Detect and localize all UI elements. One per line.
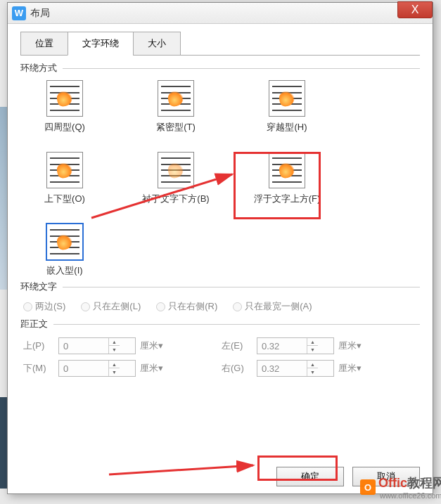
dist-left-input[interactable]: ▲▼ — [257, 337, 334, 354]
dist-right-value[interactable] — [257, 363, 307, 374]
spinner[interactable]: ▲▼ — [108, 361, 120, 376]
unit-label: 厘米▾ — [338, 340, 369, 352]
spin-up-icon[interactable]: ▲ — [307, 338, 318, 346]
wrap-option-through[interactable]: 穿越型(H) — [248, 80, 326, 134]
watermark-text: Offic教程网 — [378, 476, 441, 490]
wrap-thumb-icon — [46, 152, 83, 188]
dist-bottom-value[interactable] — [59, 363, 108, 374]
wrap-thumb-icon — [269, 152, 305, 188]
dialog-window: W 布局 X 位置 文字环绕 大小 环绕方式 四周型(Q) — [7, 2, 433, 494]
watermark-subtext: www.office26.com — [380, 491, 441, 500]
unit-label: 厘米▾ — [140, 340, 171, 352]
spin-down-icon[interactable]: ▼ — [109, 346, 120, 354]
unit-label: 厘米▾ — [140, 362, 171, 375]
tab-size[interactable]: 大小 — [133, 32, 181, 56]
dist-right-input[interactable]: ▲▼ — [257, 360, 334, 377]
spin-up-icon[interactable]: ▲ — [109, 338, 120, 346]
wrap-label: 衬于文字下方(B) — [142, 193, 209, 205]
group-distance: 距正文 上(P) ▲▼ 厘米▾ 左(E) ▲▼ 厘米▾ 下(M) ▲▼ — [20, 324, 420, 384]
wrap-option-front[interactable]: 浮于文字上方(F) — [248, 152, 326, 205]
wrap-thumb-icon — [269, 80, 305, 117]
window-title: 布局 — [30, 7, 50, 20]
spin-up-icon[interactable]: ▲ — [307, 361, 318, 368]
wrap-option-behind[interactable]: 衬于文字下方(B) — [137, 152, 215, 205]
wrap-label: 上下型(O) — [44, 193, 85, 205]
background-strip-2 — [0, 397, 7, 489]
group-wrap-style-label: 环绕方式 — [20, 62, 63, 75]
radio-left-only[interactable]: 只在左侧(L) — [81, 300, 141, 313]
radio-input[interactable] — [233, 302, 242, 311]
wrap-thumb-icon — [158, 80, 194, 117]
dist-top-input[interactable]: ▲▼ — [58, 337, 136, 354]
dist-top-label: 上(P) — [23, 340, 54, 352]
spin-down-icon[interactable]: ▼ — [307, 368, 318, 376]
tab-strip: 位置 文字环绕 大小 — [20, 31, 420, 56]
dist-left-label: 左(E) — [222, 340, 253, 352]
radio-both-sides[interactable]: 两边(S) — [23, 300, 65, 313]
spin-down-icon[interactable]: ▼ — [307, 346, 318, 354]
tab-text-wrap[interactable]: 文字环绕 — [68, 32, 134, 56]
spinner[interactable]: ▲▼ — [307, 361, 318, 376]
radio-label: 两边(S) — [35, 300, 65, 313]
spin-down-icon[interactable]: ▼ — [109, 368, 120, 376]
dist-right-label: 右(G) — [222, 362, 253, 375]
watermark-icon: O — [360, 479, 376, 495]
radio-input[interactable] — [81, 302, 90, 311]
wrap-option-square[interactable]: 四周型(Q) — [26, 80, 103, 134]
spin-up-icon[interactable]: ▲ — [109, 361, 120, 368]
dialog-body: 位置 文字环绕 大小 环绕方式 四周型(Q) — [8, 24, 433, 493]
wrap-label: 浮于文字上方(F) — [254, 193, 321, 205]
wrap-label: 嵌入型(I) — [46, 264, 82, 277]
dist-left-value[interactable] — [257, 341, 307, 351]
app-icon: W — [12, 6, 26, 20]
wrap-text-radios: 两边(S) 只在左侧(L) 只在右侧(R) 只在最宽一侧(A) — [20, 295, 420, 320]
wrap-option-inline[interactable]: 嵌入型(I) — [26, 224, 103, 277]
group-wrap-text-label: 环绕文字 — [20, 280, 63, 293]
unit-label: 厘米▾ — [338, 362, 369, 375]
group-wrap-style: 环绕方式 四周型(Q) 紧密型(T) — [20, 68, 420, 283]
radio-right-only[interactable]: 只在右侧(R) — [156, 300, 217, 313]
wrap-option-tight[interactable]: 紧密型(T) — [137, 80, 215, 134]
titlebar: W 布局 X — [8, 3, 433, 24]
watermark: O Offic教程网 www.office26.com — [360, 474, 441, 500]
wrap-options-grid: 四周型(Q) 紧密型(T) 穿越型(H) — [20, 76, 420, 283]
background-strip — [0, 107, 7, 290]
radio-label: 只在左侧(L) — [93, 300, 141, 313]
radio-label: 只在最宽一侧(A) — [245, 300, 312, 313]
dist-bottom-label: 下(M) — [23, 362, 54, 375]
ok-button[interactable]: 确定 — [276, 467, 344, 486]
distance-grid: 上(P) ▲▼ 厘米▾ 左(E) ▲▼ 厘米▾ 下(M) ▲▼ 厘 — [20, 332, 420, 384]
group-wrap-text: 环绕文字 两边(S) 只在左侧(L) 只在右侧(R) 只在最宽一侧(A) — [20, 287, 420, 320]
close-button[interactable]: X — [397, 1, 433, 18]
radio-input[interactable] — [156, 302, 165, 311]
wrap-thumb-icon — [46, 80, 83, 117]
dist-bottom-input[interactable]: ▲▼ — [58, 360, 136, 377]
wrap-label: 四周型(Q) — [44, 121, 85, 134]
group-distance-label: 距正文 — [20, 318, 53, 330]
wrap-thumb-icon — [158, 152, 194, 188]
spinner[interactable]: ▲▼ — [307, 338, 318, 354]
wrap-thumb-icon — [46, 224, 83, 260]
radio-widest-only[interactable]: 只在最宽一侧(A) — [233, 300, 312, 313]
wrap-label: 穿越型(H) — [267, 121, 307, 134]
wrap-option-topbottom[interactable]: 上下型(O) — [26, 152, 103, 205]
tab-position[interactable]: 位置 — [20, 32, 68, 56]
dist-top-value[interactable] — [59, 341, 108, 351]
radio-label: 只在右侧(R) — [168, 300, 217, 313]
radio-input[interactable] — [23, 302, 32, 311]
wrap-label: 紧密型(T) — [156, 121, 196, 134]
spinner[interactable]: ▲▼ — [108, 338, 120, 354]
